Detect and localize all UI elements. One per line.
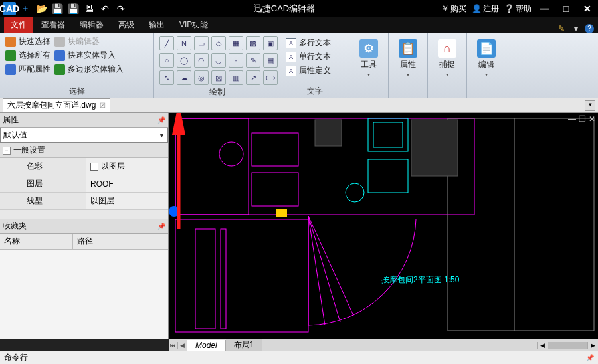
new-icon[interactable]: ＋ xyxy=(19,2,32,15)
multiline-text[interactable]: A多行文本 xyxy=(286,36,331,50)
redo-icon[interactable]: ↷ xyxy=(114,2,128,15)
layout-tab-1[interactable]: 布局1 xyxy=(226,339,263,351)
buy-button[interactable]: ￥购买 xyxy=(441,3,466,15)
maximize-button[interactable]: □ xyxy=(558,3,574,14)
pencil-icon[interactable]: ✎ xyxy=(555,24,567,33)
magnet-icon: ∩ xyxy=(438,39,456,58)
doc-dropdown-icon[interactable]: ▾ xyxy=(585,100,595,111)
help-small-icon[interactable]: ? xyxy=(585,24,594,33)
fill-icon[interactable]: ▤ xyxy=(263,53,278,68)
tab-file[interactable]: 文件 xyxy=(4,17,33,33)
ribbon-group-text: A多行文本 A单行文本 A属性定义 文字 xyxy=(280,33,349,98)
ribbon-group-edit: 📄编辑▾ xyxy=(467,33,506,98)
group-label-draw: 绘制 xyxy=(159,85,274,98)
svg-rect-6 xyxy=(195,229,215,329)
layout-first-icon[interactable]: ⏮ xyxy=(169,342,178,349)
app-title: 迅捷CAD编辑器 xyxy=(128,3,441,15)
svg-point-15 xyxy=(346,183,364,202)
layout-prev-icon[interactable]: ◀ xyxy=(178,342,187,349)
color-swatch-icon xyxy=(90,163,98,171)
saveall-icon[interactable]: 💾 xyxy=(66,2,80,15)
singleline-text[interactable]: A单行文本 xyxy=(286,50,331,64)
table-icon[interactable]: ▥ xyxy=(229,70,243,85)
tab-vip[interactable]: VIP功能 xyxy=(173,17,215,33)
mtext-icon: A xyxy=(286,38,296,48)
ribbon-group-attr: 📋属性▾ xyxy=(389,33,428,98)
print-icon[interactable]: 🖶 xyxy=(82,2,96,15)
scroll-thumb[interactable] xyxy=(548,342,587,349)
prop-row-linetype[interactable]: 线型 以图层 xyxy=(0,193,168,210)
ribbon-group-snap: ∩捕捉▾ xyxy=(428,33,467,98)
donut-icon[interactable]: ◎ xyxy=(194,70,209,85)
hatch-icon[interactable]: ▦ xyxy=(229,36,243,50)
help-button[interactable]: ❔帮助 xyxy=(504,3,532,15)
drawing-canvas[interactable]: — ❐ ✕ xyxy=(169,113,598,339)
tab-advanced[interactable]: 高级 xyxy=(112,17,141,33)
select-all[interactable]: 选择所有 xyxy=(5,50,50,61)
default-value-combo[interactable]: 默认值▼ xyxy=(0,128,168,143)
quick-select[interactable]: 快速选择 xyxy=(5,36,50,47)
svg-rect-19 xyxy=(315,120,342,146)
help-icon: ❔ xyxy=(504,4,514,13)
save-icon[interactable]: 💾 xyxy=(50,2,64,15)
undo-icon[interactable]: ↶ xyxy=(98,2,112,15)
general-section[interactable]: − 一般设置 xyxy=(0,143,168,158)
block-editor[interactable]: 块编辑器 xyxy=(54,36,124,47)
svg-rect-20 xyxy=(276,209,287,217)
line-icon[interactable]: ╱ xyxy=(159,36,174,50)
polyline-icon[interactable]: Ν xyxy=(177,36,191,50)
coin-icon: ￥ xyxy=(441,3,449,15)
tools-button[interactable]: ⚙工具▾ xyxy=(355,36,383,97)
spline-icon[interactable]: ∿ xyxy=(159,70,174,85)
region-icon[interactable]: ▩ xyxy=(246,36,260,50)
register-button[interactable]: 👤注册 xyxy=(472,3,499,15)
close-doc-icon[interactable]: ☒ xyxy=(100,102,106,109)
prop-row-layer[interactable]: 图层 ROOF xyxy=(0,175,168,193)
open-icon[interactable]: 📂 xyxy=(35,2,48,15)
minimize-button[interactable]: — xyxy=(537,3,553,14)
properties-panel: 属性📌 默认值▼ − 一般设置 色彩 以图层 图层 ROOF 线型 以图层 收藏… xyxy=(0,113,169,339)
attr-def[interactable]: A属性定义 xyxy=(286,64,331,78)
edit-button[interactable]: 📄编辑▾ xyxy=(472,36,500,97)
image-icon[interactable]: ▧ xyxy=(211,70,226,85)
brush-icon[interactable]: ✎ xyxy=(246,53,260,68)
fav-col-name[interactable]: 名称 xyxy=(0,234,73,249)
pin-icon[interactable]: 📌 xyxy=(157,223,165,230)
match-prop[interactable]: 匹配属性 xyxy=(5,64,50,75)
scroll-left-icon[interactable]: ◀ xyxy=(537,342,548,349)
rect-icon[interactable]: ▭ xyxy=(194,36,209,50)
prop-row-color[interactable]: 色彩 以图层 xyxy=(0,158,168,175)
clipboard-icon: 📋 xyxy=(399,39,417,58)
snap-button[interactable]: ∩捕捉▾ xyxy=(433,36,461,97)
close-button[interactable]: ✕ xyxy=(579,3,595,14)
tab-editor[interactable]: 编辑器 xyxy=(73,17,110,33)
circle-icon[interactable]: ○ xyxy=(159,53,174,68)
command-line[interactable]: 命令行 📌 xyxy=(0,351,598,364)
polygon-entity-input[interactable]: 多边形实体输入 xyxy=(54,64,124,75)
ellipse-icon[interactable]: ◯ xyxy=(177,53,191,68)
layout-tab-model[interactable]: Model xyxy=(187,340,226,351)
pin-icon[interactable]: 📌 xyxy=(586,354,594,361)
tab-viewer[interactable]: 查看器 xyxy=(35,17,72,33)
collapse-icon[interactable]: − xyxy=(3,147,11,155)
tab-output[interactable]: 输出 xyxy=(142,17,171,33)
dropdown-icon[interactable]: ▾ xyxy=(570,24,582,33)
block-icon[interactable]: ▣ xyxy=(263,36,278,50)
group-label-text: 文字 xyxy=(286,84,344,97)
document-tab[interactable]: 六层按摩包间立面详.dwg ☒ xyxy=(3,98,110,112)
favorites-title: 收藏夹📌 xyxy=(0,219,168,234)
scroll-right-icon[interactable]: ▶ xyxy=(587,342,598,349)
fast-entity-import[interactable]: 快速实体导入 xyxy=(54,50,124,61)
cloud-icon[interactable]: ☁ xyxy=(177,70,191,85)
group-label-select: 选择 xyxy=(5,84,148,97)
point-icon[interactable]: · xyxy=(229,53,243,68)
fav-col-path[interactable]: 路径 xyxy=(73,234,97,249)
pin-icon[interactable]: 📌 xyxy=(157,116,165,124)
leader-icon[interactable]: ↗ xyxy=(246,70,260,85)
diamond-icon[interactable]: ◇ xyxy=(211,36,226,50)
arc1-icon[interactable]: ◠ xyxy=(194,53,209,68)
arc2-icon[interactable]: ◡ xyxy=(211,53,226,68)
attr-button[interactable]: 📋属性▾ xyxy=(394,36,422,97)
match-prop-icon xyxy=(5,64,16,75)
dim-icon[interactable]: ⟷ xyxy=(263,70,278,85)
